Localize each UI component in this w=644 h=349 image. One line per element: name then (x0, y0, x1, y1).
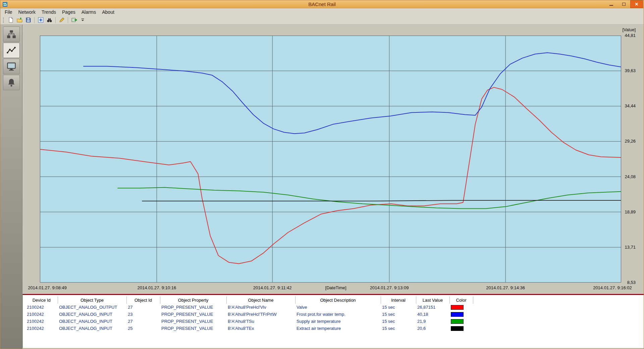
x-axis-tick: 2014.01.27. 9:08:49 (28, 285, 67, 290)
save-button[interactable] (24, 16, 33, 24)
table-cell: 15 sec (381, 311, 416, 318)
trend-table-row[interactable]: 2100242OBJECT_ANALOG_INPUT23PROP_PRESENT… (25, 311, 473, 318)
add-trend-button[interactable] (36, 16, 45, 24)
title-bar: BACnet Rail ✕ (0, 0, 644, 8)
column-header-object-property[interactable]: Object Property (160, 296, 226, 304)
x-axis-tick: 2014.01.27. 9:11:42 (253, 285, 292, 290)
column-header-last-value[interactable]: Last Value (416, 296, 449, 304)
sidebar-item-alarms[interactable] (3, 75, 20, 90)
x-axis-tick: 2014.01.27. 9:13:09 (370, 285, 409, 290)
column-header-interval[interactable]: Interval (381, 296, 416, 304)
y-axis-tick: 13,71 (625, 245, 636, 250)
trend-table-row[interactable]: 2100242OBJECT_ANALOG_INPUT27PROP_PRESENT… (25, 318, 473, 325)
export-report-icon (71, 17, 77, 23)
toolbar (0, 16, 644, 24)
export-report-button[interactable] (70, 16, 78, 24)
toolbar-separator (34, 17, 35, 23)
window-title: BACnet Rail (0, 0, 644, 8)
toolbar-separator (68, 17, 68, 23)
menu-network[interactable]: Network (15, 8, 39, 16)
table-cell-color (449, 311, 473, 318)
table-cell: PROP_PRESENT_VALUE (160, 311, 226, 318)
menu-alarms[interactable]: Alarms (78, 8, 99, 16)
table-cell: PROP_PRESENT_VALUE (160, 318, 226, 325)
table-cell: OBJECT_ANALOG_INPUT (58, 311, 126, 318)
bell-icon (7, 78, 16, 87)
table-body: 2100242OBJECT_ANALOG_OUTPUT27PROP_PRESEN… (25, 304, 473, 332)
series-color-swatch (451, 305, 464, 310)
table-cell: 15 sec (381, 304, 416, 311)
table-cell: 27 (126, 304, 160, 311)
y-axis-tick: 34,44 (625, 103, 636, 108)
column-header-object-name[interactable]: Object Name (226, 296, 295, 304)
y-axis-tick: 44,81 (625, 33, 636, 38)
x-axis-tick: 2014.01.27. 9:14:36 (486, 285, 525, 290)
table-cell: 2100242 (25, 304, 58, 311)
column-header-object-description[interactable]: Object Description (295, 296, 381, 304)
chart-area: [Value] 44,8139,6334,4429,2624,0818,8913… (22, 24, 644, 294)
new-document-icon (8, 17, 14, 23)
table-cell: Valve (295, 304, 381, 311)
table-cell: B'A'Ahu8'TSu (226, 318, 295, 325)
open-folder-icon (17, 17, 22, 23)
monitor-icon (7, 62, 16, 71)
menu-file[interactable]: File (2, 8, 15, 16)
table-cell: 2100242 (25, 311, 58, 318)
save-floppy-icon (25, 17, 31, 23)
minimize-button[interactable] (605, 0, 618, 8)
menu-trends[interactable]: Trends (39, 8, 59, 16)
table-cell: 40,18 (416, 311, 449, 318)
table-cell: Frost prot.for water temp. (295, 311, 381, 318)
app-window: BACnet Rail ✕ FileNetworkTrendsPagesAlar… (0, 0, 644, 349)
table-cell: 26,87151 (416, 304, 449, 311)
trend-table-row[interactable]: 2100242OBJECT_ANALOG_INPUT25PROP_PRESENT… (25, 325, 473, 332)
y-axis-tick: 24,08 (625, 174, 636, 179)
table-cell: B'A'Ahu8'TEx (226, 325, 295, 332)
column-header-device-id[interactable]: Device Id (25, 296, 58, 304)
table-cell: PROP_PRESENT_VALUE (160, 325, 226, 332)
table-cell-color (449, 304, 473, 311)
add-trend-icon (38, 17, 44, 23)
table-cell: 21,9 (416, 318, 449, 325)
sidebar-item-pages[interactable] (3, 59, 20, 74)
toolbar-grip[interactable] (3, 17, 4, 23)
toolbar-overflow-button[interactable] (81, 18, 84, 22)
window-controls: ✕ (605, 0, 643, 8)
y-axis-tick: 18,89 (625, 209, 636, 214)
y-axis-tick: 39,63 (625, 68, 636, 73)
toolbar-separator (55, 17, 56, 23)
trend-table-panel: Device IdObject TypeObject IdObject Prop… (22, 294, 644, 348)
overflow-chevron-icon (81, 18, 84, 22)
table-cell: 2100242 (25, 325, 58, 332)
open-button[interactable] (15, 16, 24, 24)
table-cell: OBJECT_ANALOG_OUTPUT (58, 304, 126, 311)
binoculars-icon (47, 17, 52, 23)
trend-chart-icon (7, 46, 16, 55)
column-header-color[interactable]: Color (449, 296, 473, 304)
maximize-button[interactable] (618, 0, 630, 8)
new-document-button[interactable] (6, 16, 15, 24)
trend-chart-plot[interactable] (40, 36, 621, 283)
table-cell: 25 (126, 325, 160, 332)
menu-about[interactable]: About (99, 8, 117, 16)
sidebar-item-network[interactable] (3, 27, 20, 42)
find-button[interactable] (45, 16, 54, 24)
maximize-icon (622, 3, 626, 6)
trend-table: Device IdObject TypeObject IdObject Prop… (25, 296, 473, 332)
sidebar-item-trends[interactable] (3, 43, 20, 58)
column-header-object-type[interactable]: Object Type (58, 296, 126, 304)
left-nav-strip (0, 24, 22, 349)
close-icon: ✕ (635, 2, 639, 6)
menu-pages[interactable]: Pages (59, 8, 78, 16)
edit-button[interactable] (57, 16, 66, 24)
y-axis-title: [Value] (622, 27, 636, 32)
pencil-icon (59, 17, 65, 23)
y-axis-tick: 8,53 (627, 280, 636, 285)
table-cell: B'A'Ahu8'PreHcl'Vlv (226, 304, 295, 311)
series-color-swatch (451, 319, 464, 324)
close-button[interactable]: ✕ (630, 0, 643, 8)
series-color-swatch (451, 326, 464, 331)
trend-table-row[interactable]: 2100242OBJECT_ANALOG_OUTPUT27PROP_PRESEN… (25, 304, 473, 311)
column-header-object-id[interactable]: Object Id (126, 296, 160, 304)
x-axis-title: [DateTime] (325, 285, 346, 290)
